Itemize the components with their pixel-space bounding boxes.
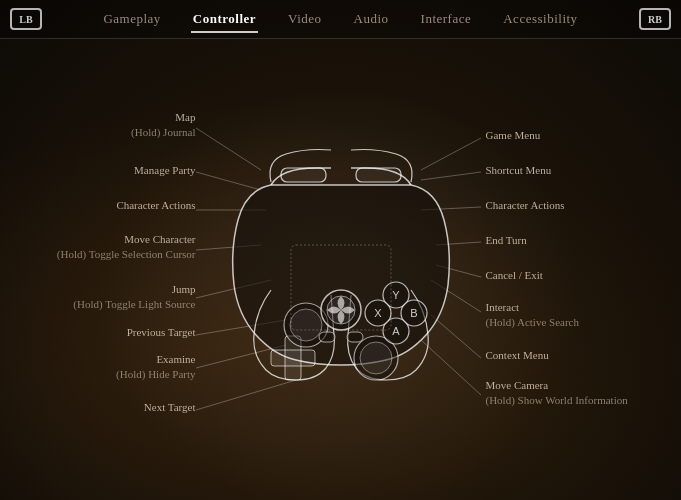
- svg-text:A: A: [392, 325, 400, 337]
- label-move-character: Move Character(Hold) Toggle Selection Cu…: [57, 232, 196, 263]
- nav-tabs: Gameplay Controller Video Audio Interfac…: [101, 7, 579, 31]
- left-labels: Map(Hold) Journal Manage Party Character…: [21, 50, 196, 490]
- label-jump: Jump(Hold) Toggle Light Source: [73, 282, 195, 313]
- tab-gameplay[interactable]: Gameplay: [101, 7, 162, 31]
- label-character-actions-right: Character Actions: [486, 198, 565, 213]
- rb-button[interactable]: RB: [639, 8, 671, 30]
- tab-audio[interactable]: Audio: [352, 7, 391, 31]
- label-examine: Examine(Hold) Hide Party: [116, 352, 195, 383]
- right-labels: Game Menu Shortcut Menu Character Action…: [486, 50, 661, 490]
- svg-rect-17: [356, 168, 401, 182]
- tab-interface[interactable]: Interface: [419, 7, 474, 31]
- lb-button[interactable]: LB: [10, 8, 42, 30]
- tab-controller[interactable]: Controller: [191, 7, 258, 31]
- tab-accessibility[interactable]: Accessibility: [501, 7, 579, 31]
- main-content: Map(Hold) Journal Manage Party Character…: [0, 39, 681, 500]
- svg-rect-34: [319, 332, 335, 342]
- navigation-bar: LB Gameplay Controller Video Audio Inter…: [0, 0, 681, 39]
- svg-rect-16: [281, 168, 326, 182]
- label-next-target: Next Target: [144, 400, 196, 415]
- tab-video[interactable]: Video: [286, 7, 324, 31]
- controller-area: Map(Hold) Journal Manage Party Character…: [21, 50, 661, 490]
- svg-point-23: [360, 342, 392, 374]
- svg-point-21: [290, 309, 322, 341]
- label-character-actions-left: Character Actions: [116, 198, 195, 213]
- svg-text:X: X: [374, 307, 382, 319]
- svg-text:B: B: [410, 307, 417, 319]
- label-move-camera: Move Camera(Hold) Show World Information: [486, 378, 628, 409]
- controller-diagram: Y B A X: [186, 140, 496, 400]
- svg-rect-19: [271, 350, 315, 366]
- label-interact: Interact(Hold) Active Search: [486, 300, 579, 331]
- svg-text:Y: Y: [392, 289, 400, 301]
- label-map: Map(Hold) Journal: [131, 110, 195, 141]
- svg-rect-35: [347, 332, 363, 342]
